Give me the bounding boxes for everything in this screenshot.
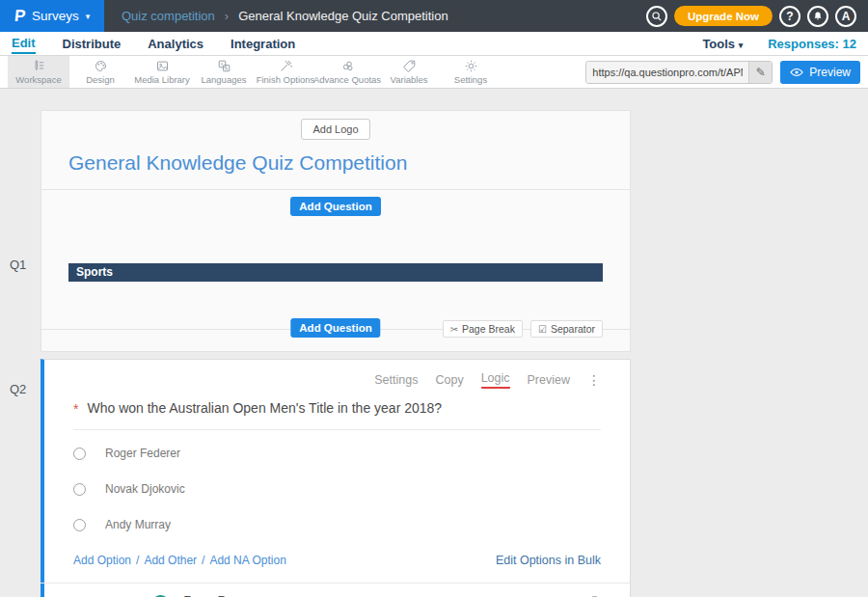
toolbar-item-advance-quotas[interactable]: Advance Quotas xyxy=(316,56,378,88)
tab-integration[interactable]: Integration xyxy=(231,35,295,53)
breadcrumb-separator-icon: › xyxy=(225,9,229,23)
add-option-link[interactable]: Add Option xyxy=(73,554,131,567)
option-label[interactable]: Roger Federer xyxy=(105,447,180,460)
checkbox-icon: ☑ xyxy=(538,324,547,335)
more-options-icon[interactable]: ⋮ xyxy=(587,372,601,388)
option-row[interactable]: Roger Federer xyxy=(73,447,601,460)
workspace-icon xyxy=(32,59,46,73)
tools-label: Tools xyxy=(702,37,735,51)
toolbar-item-finish-options[interactable]: Finish Options xyxy=(255,56,316,88)
separator-label: Separator xyxy=(551,323,595,335)
survey-url-box: ✎ xyxy=(585,61,773,84)
add-option-links: Add Option / Add Other / Add NA Option xyxy=(73,554,286,567)
radio-button[interactable] xyxy=(73,448,86,460)
required-marker: * xyxy=(73,400,78,417)
radio-button[interactable] xyxy=(73,483,86,496)
magic-wand-icon xyxy=(279,59,293,73)
question-copy-link[interactable]: Copy xyxy=(435,373,463,387)
question-menu: Settings Copy Logic Preview ⋮ xyxy=(73,371,601,389)
tab-edit[interactable]: Edit xyxy=(12,34,36,54)
workspace-content: Q1 Q2 Add Logo General Knowledge Quiz Co… xyxy=(0,89,868,597)
upgrade-now-button[interactable]: Upgrade Now xyxy=(674,6,773,26)
link-separator: / xyxy=(202,554,204,567)
card-footer-row: Add Question ✂ Page Break ☑ Separator xyxy=(41,318,630,341)
answer-options: Roger Federer Novak Djokovic Andy Murray xyxy=(73,447,601,531)
question-number-q2: Q2 xyxy=(10,382,26,396)
top-bar: P Surveys ▾ Quiz competition › General K… xyxy=(0,0,868,32)
question-text-row[interactable]: * Who won the Australian Open Men's Titl… xyxy=(73,400,601,430)
page-break-button[interactable]: ✂ Page Break xyxy=(443,320,523,338)
question-number-q1: Q1 xyxy=(10,258,26,272)
validation-row: Validation Force Response ▾ xyxy=(41,583,630,597)
footer-right-buttons: ✂ Page Break ☑ Separator xyxy=(443,320,603,338)
quota-rings-icon xyxy=(340,59,355,73)
option-label[interactable]: Novak Djokovic xyxy=(105,482,185,496)
option-row[interactable]: Andy Murray xyxy=(73,518,601,531)
editor-toolbar: Workspace Design Media Library xA Langua… xyxy=(0,56,868,89)
surveys-menu[interactable]: P Surveys ▾ xyxy=(0,0,104,32)
question-logic-link[interactable]: Logic xyxy=(481,371,510,389)
bell-icon[interactable] xyxy=(807,6,828,27)
toolbar-label: Design xyxy=(86,74,115,85)
palette-icon xyxy=(94,59,108,73)
page-break-label: Page Break xyxy=(462,323,515,335)
edit-url-icon[interactable]: ✎ xyxy=(748,61,772,84)
toolbar-item-settings[interactable]: Settings xyxy=(440,56,502,88)
survey-url-input[interactable] xyxy=(586,62,748,83)
tab-analytics[interactable]: Analytics xyxy=(148,35,203,53)
edit-options-in-bulk-link[interactable]: Edit Options in Bulk xyxy=(496,554,601,567)
toolbar-item-design[interactable]: Design xyxy=(69,56,131,88)
chevron-down-icon: ▾ xyxy=(739,41,744,50)
scissors-icon: ✂ xyxy=(450,324,458,335)
breadcrumb-current: General Knowledge Quiz Competition xyxy=(238,9,448,23)
preview-label: Preview xyxy=(809,66,851,79)
tab-distribute[interactable]: Distribute xyxy=(63,35,122,53)
toolbar-label: Advance Quotas xyxy=(313,74,381,85)
questionpro-logo: P xyxy=(14,7,26,26)
add-question-button[interactable]: Add Question xyxy=(290,318,380,338)
gear-icon xyxy=(464,59,478,73)
question-settings-link[interactable]: Settings xyxy=(374,373,418,387)
survey-title[interactable]: General Knowledge Quiz Competition xyxy=(68,151,603,189)
breadcrumb-parent[interactable]: Quiz competition xyxy=(122,9,215,23)
add-logo-button[interactable]: Add Logo xyxy=(301,119,369,140)
toolbar-item-media-library[interactable]: Media Library xyxy=(131,56,193,88)
add-logo-row: Add Logo xyxy=(41,111,630,140)
option-row[interactable]: Novak Djokovic xyxy=(73,482,601,496)
responses-count[interactable]: Responses: 12 xyxy=(768,37,856,51)
app-window: P Surveys ▾ Quiz competition › General K… xyxy=(0,0,868,597)
help-icon[interactable]: ? xyxy=(779,6,800,27)
q1-section-title[interactable]: Sports xyxy=(68,263,603,282)
avatar[interactable]: A xyxy=(835,6,856,27)
preview-button[interactable]: Preview xyxy=(780,61,860,84)
add-question-button[interactable]: Add Question xyxy=(290,197,380,216)
topbar-actions: Upgrade Now ? A xyxy=(646,0,868,32)
separator-button[interactable]: ☑ Separator xyxy=(530,320,603,338)
toolbar-item-variables[interactable]: Variables xyxy=(378,56,440,88)
link-separator: / xyxy=(136,554,139,567)
toolbar-item-workspace[interactable]: Workspace xyxy=(8,56,69,88)
eye-icon xyxy=(790,68,803,77)
add-other-link[interactable]: Add Other xyxy=(144,554,197,567)
translate-icon: xA xyxy=(217,59,231,73)
option-links-row: Add Option / Add Other / Add NA Option E… xyxy=(73,554,601,567)
add-na-option-link[interactable]: Add NA Option xyxy=(209,554,285,567)
toolbar-label: Languages xyxy=(201,74,246,85)
image-icon xyxy=(155,59,170,73)
toolbar-right: ✎ Preview xyxy=(585,56,868,88)
add-question-row-1: Add Question xyxy=(41,190,630,223)
question-preview-link[interactable]: Preview xyxy=(528,373,570,387)
toolbar-label: Workspace xyxy=(15,74,61,85)
toolbar-label: Media Library xyxy=(134,74,190,85)
breadcrumb: Quiz competition › General Knowledge Qui… xyxy=(104,0,448,32)
radio-button[interactable] xyxy=(73,519,86,531)
toolbar-item-languages[interactable]: xA Languages xyxy=(193,56,255,88)
option-label[interactable]: Andy Murray xyxy=(105,518,171,531)
question-card-q2: Settings Copy Logic Preview ⋮ * Who won … xyxy=(41,359,631,597)
chevron-down-icon: ▾ xyxy=(86,11,91,21)
tag-icon xyxy=(402,59,417,73)
question-text[interactable]: Who won the Australian Open Men's Title … xyxy=(87,400,442,417)
svg-text:A: A xyxy=(225,66,229,71)
tools-menu[interactable]: Tools ▾ xyxy=(702,37,743,51)
search-icon[interactable] xyxy=(646,6,667,27)
